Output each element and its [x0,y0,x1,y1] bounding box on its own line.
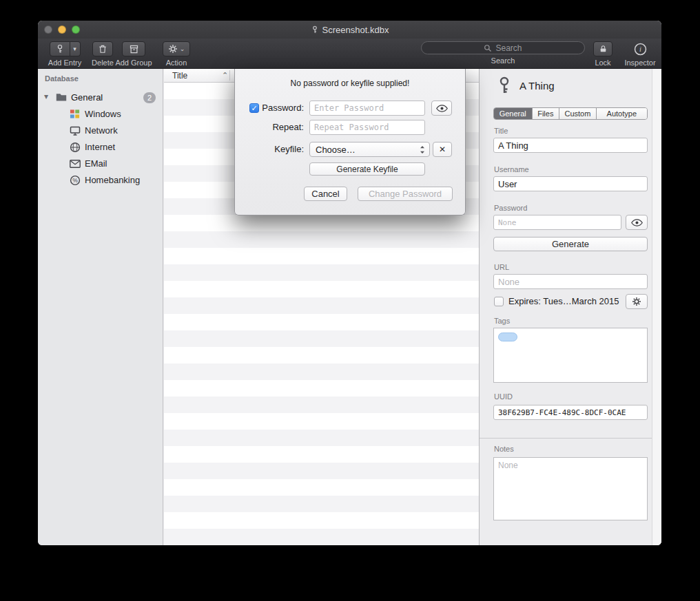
zoom-button[interactable] [72,25,80,34]
entry-title: A Thing [519,80,555,92]
lock-icon [599,44,608,54]
search-icon [484,44,492,52]
window-title: Screenshot.kdbx [322,25,389,35]
notes-field[interactable] [493,457,648,520]
chevron-down-icon: ▾ [73,45,76,52]
uuid-field[interactable] [493,405,648,420]
lock-group: Lock [588,41,618,67]
inspector-tabs: General Files Custom Autotype [493,107,648,120]
expires-settings-button[interactable] [626,294,648,309]
key-icon [55,44,65,54]
info-icon[interactable]: i [634,43,647,56]
gear-icon [168,44,178,54]
entry-count-badge: 2 [143,92,156,103]
tab-general[interactable]: General [494,108,533,119]
action-group: ⌄ Action [159,41,194,67]
svg-text:%: % [72,177,78,184]
disclosure-triangle-icon[interactable]: ▾ [44,92,48,101]
username-field[interactable] [493,176,648,191]
action-label: Action [159,59,194,67]
add-entry-group: ▾ Add Entry [43,41,86,67]
search-input[interactable]: Search [421,41,585,54]
sidebar-item-windows[interactable]: Windows [38,106,163,123]
tab-custom[interactable]: Custom [559,108,597,119]
envelope-icon [70,160,81,171]
expires-checkbox[interactable] [494,297,504,306]
popup-chevrons-icon [420,145,425,154]
enter-password-field[interactable] [309,101,425,116]
group-label: Network [85,125,118,136]
title-field[interactable] [493,138,648,153]
password-field-label: Password [494,204,527,212]
trash-icon [98,44,107,54]
sidebar-item-network[interactable]: Network [38,123,163,139]
repeat-password-field[interactable] [309,120,425,135]
close-icon: ✕ [439,145,446,154]
sidebar-item-internet[interactable]: Internet [38,139,163,156]
svg-text:i: i [639,45,641,53]
key-icon [496,76,513,94]
sidebar-item-homebanking[interactable]: % Homebanking [38,172,163,189]
show-password-button[interactable] [626,215,648,230]
group-label: Internet [85,142,115,152]
app-window: Screenshot.kdbx ▾ Add Entry [38,21,661,545]
tab-files[interactable]: Files [533,108,560,119]
lock-label: Lock [588,59,618,67]
group-label: Homebanking [85,175,140,185]
lock-button[interactable] [593,41,612,56]
repeat-label: Repeat: [235,120,304,135]
keyfile-popup-value: Choose… [316,145,356,155]
generate-keyfile-label: Generate Keyfile [336,165,398,174]
tag-chip[interactable] [498,333,517,341]
globe-icon [70,142,81,153]
cancel-button-label: Cancel [311,189,339,199]
generate-password-button[interactable]: Generate [493,237,648,251]
chevron-down-icon: ⌄ [180,45,185,52]
username-field-label: Username [494,165,529,173]
sort-ascending-icon: ⌃ [222,71,228,80]
search-group: Search Search [421,41,585,65]
url-field-label: URL [494,263,509,271]
show-password-button[interactable] [431,101,452,116]
sidebar-item-email[interactable]: EMail [38,156,163,172]
tags-label: Tags [494,317,510,325]
change-password-sheet: No password or keyfile supplied! ✓ Passw… [234,69,466,215]
inspector-label: Inspector [621,59,659,67]
cancel-button[interactable]: Cancel [304,187,347,201]
minimize-button[interactable] [58,25,66,34]
column-header-title[interactable]: Title [172,71,187,81]
change-password-button[interactable]: Change Password [358,187,453,201]
generate-keyfile-button[interactable]: Generate Keyfile [309,162,425,176]
clear-keyfile-button[interactable]: ✕ [433,142,452,157]
add-group-button[interactable] [122,41,145,56]
action-button[interactable]: ⌄ [163,41,190,56]
windows-icon [70,109,81,120]
inspector-scrollbar[interactable] [652,69,661,545]
column-divider[interactable] [229,70,230,81]
search-placeholder: Search [495,43,522,53]
folder-icon [56,92,67,103]
add-group-group: Add Group [112,41,155,67]
dialog-message: No password or keyfile supplied! [235,78,465,88]
title-field-label: Title [494,127,508,135]
archive-box-icon [129,44,139,54]
add-entry-dropdown-button[interactable]: ▾ [70,41,81,56]
delete-button[interactable] [92,41,113,56]
password-label: Password: [235,101,304,116]
group-label: EMail [85,158,107,169]
title-bar[interactable]: Screenshot.kdbx [38,21,661,39]
change-password-button-label: Change Password [369,189,442,199]
generate-button-label: Generate [552,239,589,249]
group-label: Windows [85,109,121,119]
tab-autotype[interactable]: Autotype [597,108,647,119]
close-button[interactable] [44,25,52,34]
add-entry-button[interactable] [50,41,70,56]
sidebar-header: Database [45,74,79,83]
add-entry-label: Add Entry [43,59,86,67]
sidebar-item-general[interactable]: ▾ General 2 [38,89,163,106]
tags-field[interactable] [493,328,648,383]
url-field[interactable] [493,274,648,289]
inspector-panel: A Thing General Files Custom Autotype Ti… [479,69,661,545]
keyfile-popup[interactable]: Choose… [309,142,430,157]
password-field[interactable] [493,215,621,230]
